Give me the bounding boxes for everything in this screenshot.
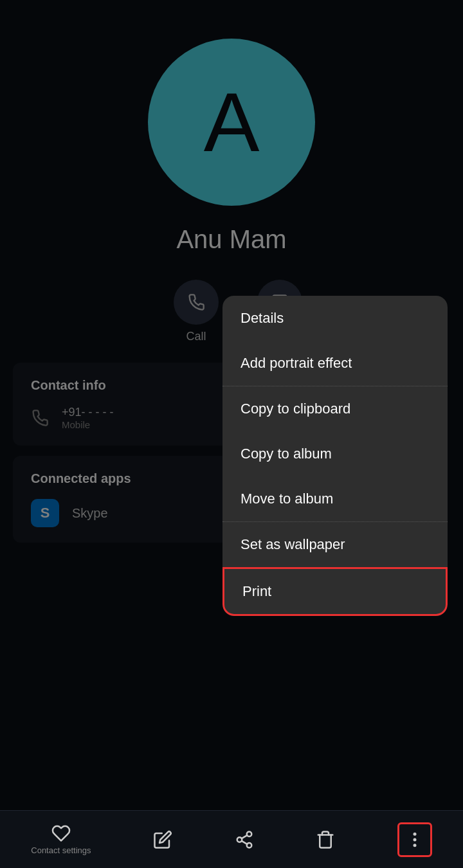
svg-point-5 <box>413 832 416 835</box>
share-icon <box>235 830 254 849</box>
bottom-navigation: Contact settings <box>0 810 463 868</box>
context-menu: Details Add portrait effect Copy to clip… <box>222 296 448 616</box>
menu-item-details[interactable]: Details <box>222 296 448 341</box>
heart-icon <box>51 824 71 843</box>
nav-share[interactable] <box>235 830 254 849</box>
nav-more[interactable] <box>397 822 432 857</box>
svg-point-7 <box>413 844 416 847</box>
menu-item-copy-album[interactable]: Copy to album <box>222 431 448 476</box>
svg-point-6 <box>413 838 416 841</box>
menu-item-portrait-effect[interactable]: Add portrait effect <box>222 341 448 386</box>
nav-contact-settings[interactable]: Contact settings <box>31 824 91 855</box>
trash-icon <box>316 830 335 849</box>
more-icon-highlight <box>397 822 432 857</box>
menu-item-move-album[interactable]: Move to album <box>222 476 448 521</box>
svg-line-4 <box>241 835 247 838</box>
contact-settings-label: Contact settings <box>31 845 91 855</box>
edit-icon <box>153 830 172 849</box>
menu-item-copy-clipboard[interactable]: Copy to clipboard <box>222 386 448 431</box>
menu-item-wallpaper[interactable]: Set as wallpaper <box>222 522 448 567</box>
nav-delete[interactable] <box>316 830 335 849</box>
menu-item-print[interactable]: Print <box>222 567 448 616</box>
svg-line-3 <box>241 840 247 844</box>
more-vertical-icon <box>405 830 424 849</box>
nav-edit[interactable] <box>153 830 172 849</box>
